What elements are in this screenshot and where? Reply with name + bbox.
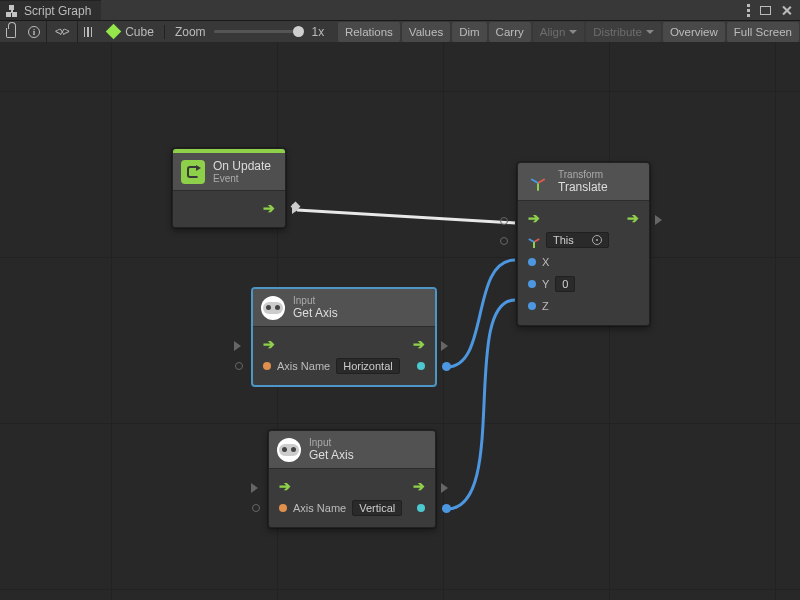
node-title: Get Axis <box>293 306 425 320</box>
input-icon <box>261 296 285 320</box>
axis-name-field[interactable]: Vertical <box>352 500 402 516</box>
toggle-overview[interactable]: Overview <box>663 22 725 42</box>
param-label: Axis Name <box>277 360 330 372</box>
fence-button[interactable] <box>78 21 99 43</box>
port-dot <box>528 280 536 288</box>
node-header[interactable]: Transform Translate <box>518 163 649 200</box>
toolbar: i <x> Cube Zoom 1x Relations Values Dim … <box>0 20 800 42</box>
node-subtitle: Input <box>309 437 425 448</box>
axis-name-field[interactable]: Horizontal <box>336 358 400 374</box>
y-field[interactable]: 0 <box>555 276 575 292</box>
param-x: X <box>542 256 549 268</box>
port-dot <box>528 302 536 310</box>
node-get-axis-horizontal[interactable]: Input Get Axis ➔➔ Axis NameHorizontal <box>252 288 436 386</box>
object-name: Cube <box>125 25 154 39</box>
code-button[interactable]: <x> <box>46 21 78 43</box>
toggle-align[interactable]: Align <box>533 22 585 42</box>
fence-icon <box>84 27 93 37</box>
node-subtitle: Transform <box>558 169 639 180</box>
target-field[interactable]: This <box>546 232 609 248</box>
node-header[interactable]: Input Get Axis <box>269 431 435 468</box>
scriptgraph-icon <box>6 5 18 17</box>
lock-icon <box>6 28 16 38</box>
param-label: Axis Name <box>293 502 346 514</box>
port-flow-out-ext[interactable] <box>441 483 448 493</box>
port-flow-out-ext[interactable] <box>655 215 662 225</box>
graph-canvas[interactable]: On Update Event ➔ Input Get Axis ➔➔ Axis… <box>0 42 800 600</box>
event-icon <box>181 160 205 184</box>
zoom-control: Zoom 1x <box>165 25 334 39</box>
info-button[interactable]: i <box>22 21 46 43</box>
port-flow-in-ext[interactable] <box>500 217 508 225</box>
node-header[interactable]: On Update Event <box>173 149 285 190</box>
chevron-down-icon <box>646 30 654 34</box>
axis-icon <box>528 235 540 247</box>
port-dot <box>279 504 287 512</box>
port-dot <box>263 362 271 370</box>
node-title: Get Axis <box>309 448 425 462</box>
window-title: Script Graph <box>24 4 91 18</box>
toggle-carry[interactable]: Carry <box>489 22 531 42</box>
port-value-out-ext[interactable] <box>442 362 451 371</box>
target-object[interactable]: Cube <box>98 25 165 39</box>
port-target-ext[interactable] <box>500 237 508 245</box>
maximize-icon[interactable] <box>760 6 771 15</box>
input-icon <box>277 438 301 462</box>
node-title: On Update <box>213 159 275 173</box>
node-translate[interactable]: Transform Translate ➔➔ This X Y0 Z <box>517 162 650 326</box>
cube-icon <box>106 24 122 40</box>
zoom-slider[interactable] <box>214 30 304 33</box>
menu-icon[interactable] <box>747 4 750 17</box>
flow-out-icon: ➔ <box>413 478 425 494</box>
port-value-out-ext[interactable] <box>442 504 451 513</box>
chevron-down-icon <box>569 30 577 34</box>
zoom-knob[interactable] <box>293 26 304 37</box>
node-on-update[interactable]: On Update Event ➔ <box>172 148 286 228</box>
toggle-values[interactable]: Values <box>402 22 450 42</box>
param-z: Z <box>542 300 549 312</box>
port-dot <box>417 504 425 512</box>
port-dot <box>528 258 536 266</box>
flow-in-icon: ➔ <box>528 210 540 226</box>
port-flow-in-ext[interactable] <box>251 483 258 493</box>
flow-out-icon: ➔ <box>627 210 639 226</box>
code-icon: <x> <box>55 26 69 37</box>
toggle-fullscreen[interactable]: Full Screen <box>727 22 799 42</box>
flow-in-icon: ➔ <box>263 336 275 352</box>
port-value-in-ext[interactable] <box>252 504 260 512</box>
node-header[interactable]: Input Get Axis <box>253 289 435 326</box>
node-get-axis-vertical[interactable]: Input Get Axis ➔➔ Axis NameVertical <box>268 430 436 528</box>
toggle-distribute[interactable]: Distribute <box>586 22 661 42</box>
flow-out-icon: ➔ <box>263 200 275 216</box>
info-icon: i <box>28 26 40 38</box>
toggle-relations[interactable]: Relations <box>338 22 400 42</box>
port-flow-out-ext[interactable] <box>441 341 448 351</box>
port-flow-out[interactable] <box>292 204 299 214</box>
param-y: Y <box>542 278 549 290</box>
close-icon[interactable] <box>781 5 792 16</box>
node-title: Translate <box>558 180 639 194</box>
target-icon <box>592 235 602 245</box>
toggle-dim[interactable]: Dim <box>452 22 486 42</box>
transform-icon <box>526 170 550 194</box>
port-flow-in-ext[interactable] <box>234 341 241 351</box>
title-bar: Script Graph <box>0 0 800 20</box>
node-subtitle: Input <box>293 295 425 306</box>
lock-button[interactable] <box>0 21 22 43</box>
zoom-label: Zoom <box>175 25 206 39</box>
flow-out-icon: ➔ <box>413 336 425 352</box>
node-subtitle: Event <box>213 173 275 184</box>
flow-in-icon: ➔ <box>279 478 291 494</box>
zoom-value: 1x <box>312 25 325 39</box>
port-dot <box>417 362 425 370</box>
window-tab[interactable]: Script Graph <box>0 0 101 20</box>
port-value-in-ext[interactable] <box>235 362 243 370</box>
